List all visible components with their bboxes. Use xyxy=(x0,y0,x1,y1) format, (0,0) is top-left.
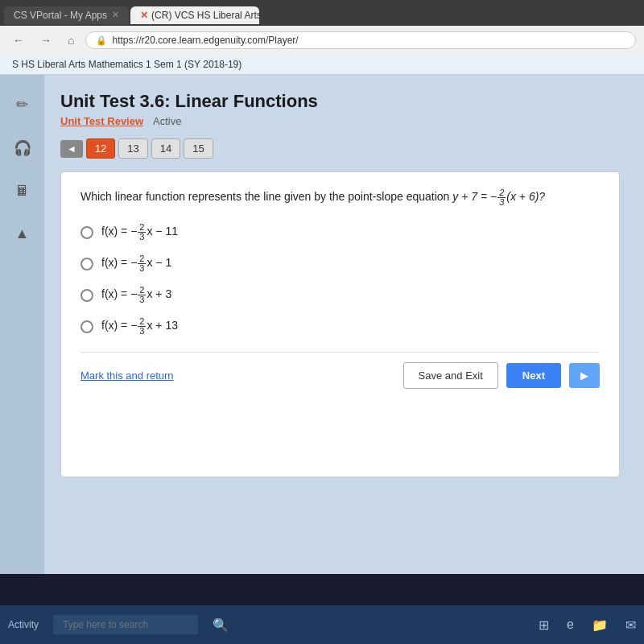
radio-d[interactable] xyxy=(80,320,93,333)
option-b[interactable]: f(x) = −23x − 1 xyxy=(80,254,600,273)
tab-close[interactable]: ✕ xyxy=(112,10,119,20)
url-text: https://r20.core.learn.edgenuity.com/Pla… xyxy=(112,35,298,46)
unit-title: Unit Test 3.6: Linear Functions xyxy=(60,91,620,112)
tab-liberal-arts[interactable]: ✕ (CR) VCS HS Liberal Arts... ✕ xyxy=(130,6,259,24)
tab-bar: CS VPortal - My Apps ✕ ✕ (CR) VCS HS Lib… xyxy=(0,0,644,26)
option-d[interactable]: f(x) = −23x + 13 xyxy=(80,317,600,336)
nav-num-15[interactable]: 15 xyxy=(184,138,213,159)
sidebar: ✏ 🎧 🖩 ▲ xyxy=(0,75,44,574)
option-a[interactable]: f(x) = −23x − 11 xyxy=(80,223,600,242)
options-list: f(x) = −23x − 11 f(x) = −23x − 1 f(x) = … xyxy=(80,223,600,336)
tab-label-active: (CR) VCS HS Liberal Arts... xyxy=(151,10,259,21)
option-b-text: f(x) = −23x − 1 xyxy=(101,254,171,273)
mail-icon[interactable]: ✉ xyxy=(625,617,636,633)
taskbar-label: Activity xyxy=(8,619,39,630)
calculator-icon[interactable]: 🖩 xyxy=(10,178,35,204)
nav-numbers: ◄ 12 13 14 15 xyxy=(60,138,620,159)
up-arrow-icon[interactable]: ▲ xyxy=(10,221,35,247)
question-box: Which linear function represents the lin… xyxy=(60,171,620,477)
bottom-buttons: Save and Exit Next ▶ xyxy=(403,362,600,389)
edge-icon[interactable]: e xyxy=(567,617,574,632)
nav-num-14[interactable]: 14 xyxy=(151,138,180,159)
main-area: ✏ 🎧 🖩 ▲ Unit Test 3.6: Linear Functions … xyxy=(0,75,644,574)
nav-num-13[interactable]: 13 xyxy=(118,138,147,159)
windows-icon[interactable]: ⊞ xyxy=(539,617,549,633)
subtitle-row: Unit Test Review Active xyxy=(60,115,620,127)
course-header: S HS Liberal Arts Mathematics 1 Sem 1 (S… xyxy=(0,55,644,75)
content-panel: Unit Test 3.6: Linear Functions Unit Tes… xyxy=(44,75,644,574)
option-c-text: f(x) = −23x + 3 xyxy=(101,286,171,304)
pencil-icon[interactable]: ✏ xyxy=(11,91,33,118)
question-text: Which linear function represents the lin… xyxy=(80,188,600,207)
active-badge: Active xyxy=(153,115,181,127)
option-c[interactable]: f(x) = −23x + 3 xyxy=(80,286,600,304)
option-a-text: f(x) = −23x − 11 xyxy=(101,223,178,242)
folder-icon[interactable]: 📁 xyxy=(592,617,608,633)
back-button[interactable]: ← xyxy=(8,32,29,48)
option-d-text: f(x) = −23x + 13 xyxy=(101,317,178,336)
search-mic-icon: 🔍 xyxy=(213,617,229,633)
lock-icon: 🔒 xyxy=(96,35,107,46)
prev-arrow-button[interactable]: ◄ xyxy=(60,140,83,158)
course-label: S HS Liberal Arts Mathematics 1 Sem 1 (S… xyxy=(12,59,242,70)
unit-review-label[interactable]: Unit Test Review xyxy=(60,115,143,127)
nav-num-12[interactable]: 12 xyxy=(86,138,115,159)
home-button[interactable]: ⌂ xyxy=(63,32,79,48)
radio-a[interactable] xyxy=(80,226,93,239)
radio-b[interactable] xyxy=(80,258,93,270)
taskbar-icons-right: ⊞ e 📁 ✉ xyxy=(532,617,636,633)
forward-button[interactable]: → xyxy=(35,32,56,48)
extra-nav-button[interactable]: ▶ xyxy=(569,363,600,388)
question-bottom-bar: Mark this and return Save and Exit Next … xyxy=(80,352,600,398)
tab-label: CS VPortal - My Apps xyxy=(14,10,107,21)
taskbar: Activity 🔍 ⊞ e 📁 ✉ xyxy=(0,605,644,644)
tab-x-icon: ✕ xyxy=(140,10,148,21)
next-button[interactable]: Next xyxy=(506,363,561,388)
radio-c[interactable] xyxy=(80,289,93,302)
browser-chrome: CS VPortal - My Apps ✕ ✕ (CR) VCS HS Lib… xyxy=(0,0,644,55)
question-text-part1: Which linear function represents the lin… xyxy=(80,190,452,203)
mark-return-link[interactable]: Mark this and return xyxy=(80,369,174,382)
taskbar-search[interactable] xyxy=(53,615,198,634)
tab-my-apps[interactable]: CS VPortal - My Apps ✕ xyxy=(4,6,129,24)
question-equation: y + 7 = −23(x + 6)? xyxy=(452,190,545,203)
url-box[interactable]: 🔒 https://r20.core.learn.edgenuity.com/P… xyxy=(85,31,636,49)
headphones-icon[interactable]: 🎧 xyxy=(9,134,36,162)
save-exit-button[interactable]: Save and Exit xyxy=(403,362,498,389)
address-bar: ← → ⌂ 🔒 https://r20.core.learn.edgenuity… xyxy=(0,26,644,55)
